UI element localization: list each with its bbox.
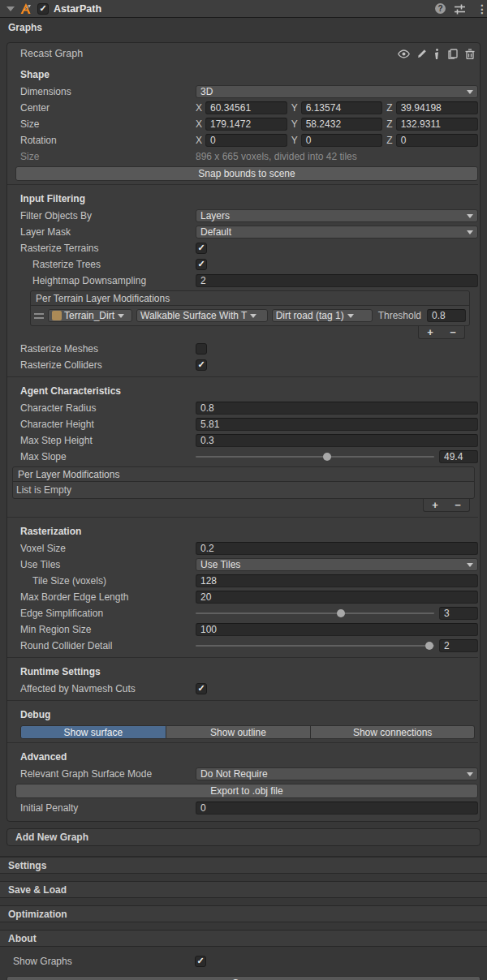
character-radius-row: Character Radius 0.8 — [20, 400, 478, 416]
tile-size-field[interactable]: 128 — [196, 574, 478, 587]
drag-handle-icon[interactable] — [34, 313, 44, 319]
list-remove-button[interactable]: − — [451, 501, 464, 510]
rotation-y-field[interactable]: 0 — [301, 134, 383, 147]
section-header-about[interactable]: About — [0, 930, 487, 947]
snap-bounds-button[interactable]: Snap bounds to scene — [15, 166, 478, 181]
edit-pencil-icon[interactable] — [417, 49, 427, 58]
slider-thumb[interactable] — [425, 642, 433, 650]
size-x-field[interactable]: 179.1472 — [205, 118, 287, 131]
component-enabled-checkbox[interactable] — [37, 3, 49, 15]
section-header-optimization[interactable]: Optimization — [0, 905, 487, 922]
max-border-edge-length-row: Max Border Edge Length 20 — [20, 589, 478, 605]
threshold-label: Threshold — [377, 310, 423, 321]
terrain-layer-dropdown[interactable]: Terrain_Dirt — [48, 309, 132, 322]
slider-thumb[interactable] — [337, 609, 345, 617]
visibility-eye-icon[interactable] — [398, 49, 410, 58]
max-step-height-row: Max Step Height 0.3 — [20, 432, 478, 449]
size-z-field[interactable]: 132.9311 — [396, 118, 478, 131]
dimensions-dropdown[interactable]: 3D — [196, 85, 478, 98]
center-x-field[interactable]: 60.34561 — [205, 101, 287, 114]
advanced-heading: Advanced — [20, 746, 478, 766]
rasterize-colliders-checkbox[interactable] — [196, 359, 207, 371]
scan-button[interactable]: Scan — [6, 976, 481, 980]
export-obj-button[interactable]: Export to .obj file — [15, 784, 478, 798]
delete-trash-icon[interactable] — [465, 49, 475, 59]
show-connections-button[interactable]: Show connections — [311, 725, 475, 739]
layer-mask-dropdown[interactable]: Default — [196, 226, 478, 239]
help-icon[interactable] — [435, 3, 446, 14]
max-border-edge-length-field[interactable]: 20 — [196, 591, 478, 604]
rasterize-meshes-row: Rasterize Meshes — [20, 341, 478, 357]
rotation-x-field[interactable]: 0 — [205, 134, 287, 147]
character-height-field[interactable]: 5.81 — [196, 418, 478, 431]
section-header-save-load[interactable]: Save & Load — [0, 881, 487, 898]
kebab-menu-icon[interactable] — [476, 3, 480, 15]
axis-x-label: X — [196, 102, 202, 114]
voxel-info-value: 896 x 665 voxels, divided into 42 tiles — [196, 151, 478, 162]
dimensions-row: Dimensions 3D — [20, 84, 478, 100]
rotation-row: Rotation X0 Y0 Z0 — [20, 132, 478, 148]
relevant-graph-surface-mode-dropdown[interactable]: Do Not Require — [196, 767, 478, 780]
chevron-down-icon — [250, 314, 256, 318]
show-surface-button[interactable]: Show surface — [20, 725, 166, 739]
list-remove-button[interactable]: − — [446, 328, 459, 337]
add-new-graph-button[interactable]: Add New Graph — [6, 828, 481, 846]
list-add-button[interactable]: + — [429, 501, 442, 510]
affected-by-navmesh-cuts-row: Affected by Navmesh Cuts — [20, 681, 478, 697]
size-row: Size X179.1472 Y58.2432 Z132.9311 — [20, 116, 478, 132]
round-collider-detail-field[interactable]: 2 — [439, 639, 478, 652]
section-header-settings[interactable]: Settings — [0, 857, 487, 874]
affected-by-navmesh-cuts-checkbox[interactable] — [196, 683, 207, 694]
astar-logo-icon — [19, 2, 32, 15]
graph-title[interactable]: Recast Graph — [20, 48, 398, 59]
duplicate-icon[interactable] — [447, 49, 458, 59]
use-tiles-dropdown[interactable]: Use Tiles — [196, 558, 478, 571]
component-header: AstarPath — [0, 0, 487, 18]
center-row: Center X60.34561 Y6.13574 Z39.94198 — [20, 100, 478, 116]
max-slope-slider[interactable] — [196, 456, 434, 458]
surface-type-dropdown[interactable]: Walkable Surface With T — [136, 309, 268, 322]
heightmap-downsampling-row: Heightmap Downsampling 2 — [20, 273, 478, 289]
max-step-height-field[interactable]: 0.3 — [196, 434, 478, 447]
edge-simplification-slider[interactable] — [196, 612, 434, 614]
foldout-caret-icon[interactable] — [6, 6, 15, 11]
size-y-field[interactable]: 58.2432 — [301, 118, 383, 131]
rotation-z-field[interactable]: 0 — [396, 134, 478, 147]
voxel-size-field[interactable]: 0.2 — [196, 542, 478, 555]
agent-characteristics-heading: Agent Characteristics — [20, 380, 478, 400]
filter-objects-by-dropdown[interactable]: Layers — [196, 209, 478, 222]
min-region-size-field[interactable]: 100 — [196, 623, 478, 636]
center-z-field[interactable]: 39.94198 — [396, 101, 478, 114]
show-outline-button[interactable]: Show outline — [166, 725, 312, 739]
per-terrain-list-header[interactable]: Per Terrain Layer Modifications — [31, 291, 469, 306]
rasterize-trees-checkbox[interactable] — [196, 259, 207, 270]
voxel-info-row: Size 896 x 665 voxels, divided into 42 t… — [20, 148, 478, 165]
center-y-field[interactable]: 6.13574 — [301, 101, 383, 114]
slider-thumb[interactable] — [323, 453, 331, 461]
max-slope-field[interactable]: 49.4 — [439, 450, 478, 463]
graphs-label: Graphs — [8, 22, 42, 33]
tag-dropdown[interactable]: Dirt road (tag 1) — [272, 309, 373, 322]
rasterize-meshes-checkbox[interactable] — [196, 343, 207, 355]
per-layer-list-header[interactable]: Per Layer Modifications — [13, 467, 474, 482]
graphs-section-header[interactable]: Graphs — [0, 18, 487, 37]
heightmap-downsampling-field[interactable]: 2 — [196, 274, 478, 287]
initial-penalty-field[interactable]: 0 — [196, 802, 478, 815]
character-radius-field[interactable]: 0.8 — [196, 402, 478, 415]
axis-y-label: Y — [291, 102, 298, 114]
presets-icon[interactable] — [454, 3, 466, 15]
threshold-field[interactable]: 0.8 — [427, 309, 466, 322]
size-label: Size — [20, 118, 196, 130]
rasterize-terrains-checkbox[interactable] — [196, 243, 207, 254]
chevron-down-icon — [467, 214, 473, 218]
round-collider-detail-slider[interactable] — [196, 645, 434, 647]
edge-simplification-field[interactable]: 3 — [439, 607, 478, 620]
terrain-swatch — [52, 311, 62, 320]
recast-graph-panel: Recast Graph Shape Dimensions 3D Center — [6, 42, 481, 822]
chevron-down-icon — [467, 772, 473, 776]
show-graphs-checkbox[interactable] — [195, 956, 206, 967]
info-icon[interactable] — [434, 49, 440, 59]
per-terrain-layer-list: Per Terrain Layer Modifications Terrain_… — [30, 290, 470, 341]
relevant-graph-surface-mode-row: Relevant Graph Surface Mode Do Not Requi… — [20, 766, 478, 782]
list-add-button[interactable]: + — [424, 328, 437, 337]
